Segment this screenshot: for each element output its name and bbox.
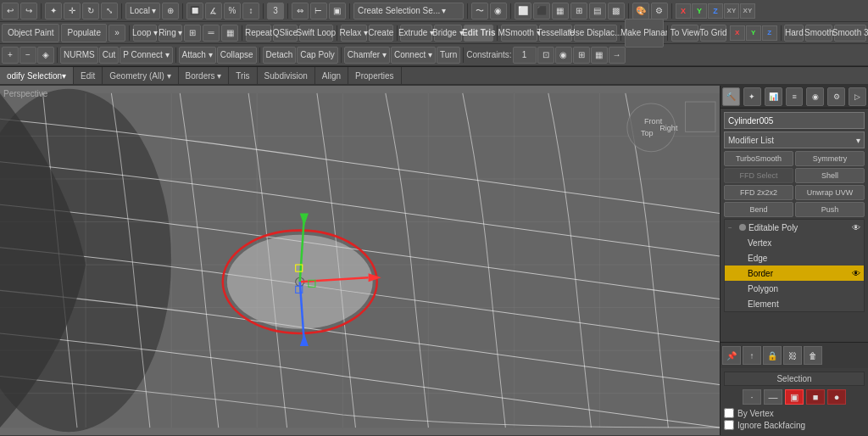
settings-btn[interactable]: ⚙	[651, 3, 668, 20]
viewport-btn5[interactable]: ▤	[589, 3, 606, 20]
ring-btn[interactable]: Ring ▾	[159, 25, 182, 42]
shell-btn[interactable]: Shell	[795, 168, 865, 183]
align-btn[interactable]: ⊢	[310, 3, 327, 20]
stack-element[interactable]: Element	[725, 296, 864, 311]
panel-btn-lock[interactable]: 🔒	[763, 346, 782, 365]
viewport-btn4[interactable]: ⊞	[570, 3, 587, 20]
materials-btn[interactable]: 🎨	[632, 3, 649, 20]
by-vertex-checkbox[interactable]	[724, 408, 734, 418]
nurms-btn[interactable]: NURMS	[60, 47, 98, 64]
constraint-icon5[interactable]: →	[609, 47, 626, 64]
modify-icon2[interactable]: −	[19, 47, 36, 64]
scale-btn[interactable]: ⤡	[101, 3, 118, 20]
to-view-btn[interactable]: To View	[671, 25, 698, 42]
turn-btn[interactable]: Turn	[437, 47, 460, 64]
tessellate-btn[interactable]: Tessellate	[539, 25, 572, 42]
category-align[interactable]: Align	[315, 67, 348, 84]
sel-element-icon[interactable]: ●	[827, 389, 846, 405]
stack-border[interactable]: Border 👁	[725, 266, 864, 281]
snap-btn[interactable]: 🔲	[186, 3, 203, 20]
angle-snap-btn[interactable]: ∡	[205, 3, 222, 20]
move-btn[interactable]: ✛	[64, 3, 81, 20]
z-axis-btn[interactable]: Z	[708, 3, 723, 19]
viewport-btn1[interactable]: ⬜	[515, 3, 531, 20]
to-grid-btn[interactable]: To Grid	[700, 25, 726, 42]
tab-icon-camera[interactable]: ◉	[806, 87, 824, 106]
tab-icon-render[interactable]: ▷	[849, 87, 866, 106]
viewport-btn6[interactable]: ▩	[608, 3, 625, 20]
ignore-backfacing-checkbox[interactable]	[724, 420, 734, 430]
smooth-btn[interactable]: Smooth	[805, 25, 832, 42]
modify-sel-icon2[interactable]: ═	[203, 25, 220, 42]
panel-btn-move-up[interactable]: ↑	[743, 346, 761, 365]
stack-polygon[interactable]: Polygon	[725, 281, 864, 296]
select-btn[interactable]: ✦	[45, 3, 62, 20]
redo-btn[interactable]: ↪	[20, 3, 37, 20]
obj-paint-label[interactable]: Object Paint	[2, 24, 59, 42]
category-tris[interactable]: Tris	[229, 67, 257, 84]
viewport-btn2[interactable]: ⬛	[533, 3, 550, 20]
stack-editable-poly[interactable]: − Editable Poly 👁	[725, 220, 864, 235]
align-y-btn[interactable]: Y	[746, 25, 761, 41]
attach-btn[interactable]: Attach ▾	[179, 47, 216, 64]
swift-loop-btn[interactable]: Swift Loop	[299, 25, 333, 42]
xy-axis-btn[interactable]: XY	[724, 3, 739, 19]
category-geometry[interactable]: Geometry (All) ▾	[103, 67, 178, 84]
create-btn[interactable]: Create	[369, 25, 393, 42]
constraints-input[interactable]: 1	[513, 47, 537, 64]
turbosm-btn[interactable]: TurboSmooth	[724, 151, 793, 166]
category-borders[interactable]: Borders ▾	[179, 67, 230, 84]
ffd-2x2-btn[interactable]: FFD 2x2x2	[724, 185, 793, 200]
xy2-axis-btn[interactable]: XY	[740, 3, 755, 19]
repeat-btn[interactable]: Repeat	[246, 25, 271, 42]
connect-btn[interactable]: Connect ▾	[391, 47, 436, 64]
category-subdivision[interactable]: Subdivision	[258, 67, 315, 84]
stack-vertex[interactable]: Vertex	[725, 235, 864, 250]
tab-icon-settings[interactable]: ⚙	[827, 87, 845, 106]
relax-btn[interactable]: Relax ▾	[341, 25, 367, 42]
cut-btn[interactable]: Cut	[99, 47, 120, 64]
y-axis-btn[interactable]: Y	[692, 3, 707, 19]
align-view-btn[interactable]: ▣	[329, 3, 346, 20]
detach-btn[interactable]: Detach	[263, 47, 297, 64]
constraint-icon3[interactable]: ⊞	[573, 47, 590, 64]
curve-btn[interactable]: 〜	[471, 3, 488, 20]
ffd-sel-btn[interactable]: FFD Select	[724, 168, 793, 183]
sel-vertex-icon[interactable]: ·	[743, 389, 761, 405]
tab-icon-layers[interactable]: ≡	[786, 87, 804, 106]
category-edit[interactable]: Edit	[74, 67, 103, 84]
smooth3-btn[interactable]: Smooth 3	[834, 25, 866, 42]
loop-btn[interactable]: Loop ▾	[133, 25, 158, 42]
render-btn[interactable]: ◉	[490, 3, 507, 20]
category-modify-selection[interactable]: odify Selection ▾	[0, 67, 74, 84]
modifier-list-dropdown[interactable]: Modifier List ▾	[724, 131, 865, 148]
viewport[interactable]: Front Top Right Perspective	[0, 86, 720, 435]
modify-sel-icon3[interactable]: ▦	[221, 25, 238, 42]
make-planar-btn[interactable]: Make Planar	[625, 19, 665, 48]
align-x-btn[interactable]: X	[730, 25, 745, 41]
tab-icon-star[interactable]: ✦	[743, 87, 761, 106]
collapse-btn[interactable]: Collapse	[217, 47, 257, 64]
use-displace-btn[interactable]: Use Displac...	[574, 25, 617, 42]
modify-icon1[interactable]: +	[2, 47, 19, 64]
mirror-btn[interactable]: ⇔	[292, 3, 309, 20]
panel-btn-pin[interactable]: 📌	[722, 346, 741, 365]
edit-tris-btn[interactable]: Edit Tris	[464, 25, 493, 42]
viewport-btn3[interactable]: ▦	[552, 3, 569, 20]
expand-btn[interactable]: »	[108, 25, 125, 42]
sel-edge-icon[interactable]: —	[764, 389, 782, 405]
constraint-icon4[interactable]: ▦	[591, 47, 608, 64]
qslice-btn[interactable]: QSlice	[273, 25, 297, 42]
hard-btn[interactable]: Hard	[784, 25, 804, 42]
bridge-btn[interactable]: Bridge ▾	[434, 25, 462, 42]
p-connect-btn[interactable]: P Connect ▾	[120, 47, 172, 64]
undo-btn[interactable]: ↩	[2, 3, 19, 20]
panel-btn-chain[interactable]: ⛓	[783, 346, 802, 365]
modify-sel-icon1[interactable]: ⊞	[184, 25, 201, 42]
tab-icon-hammer[interactable]: 🔨	[722, 87, 740, 106]
create-selection-dropdown[interactable]: Create Selection Se... ▾	[353, 3, 464, 20]
chamfer-btn[interactable]: Chamfer ▾	[344, 47, 390, 64]
sel-border-icon[interactable]: ▣	[785, 389, 804, 405]
msmooth-btn[interactable]: MSmooth ▾	[501, 25, 537, 42]
category-properties[interactable]: Properties	[348, 67, 402, 84]
